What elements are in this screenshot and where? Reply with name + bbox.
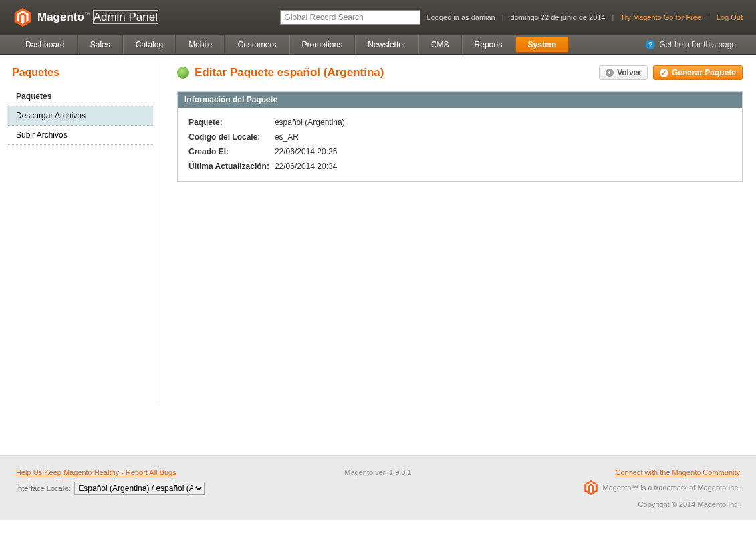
back-arrow-icon [606,69,614,77]
locale-select[interactable]: Español (Argentina) / español (Ar [74,482,205,495]
footer-trademark: Magento™ is a trademark of Magento Inc. [584,480,740,495]
nav-catalog[interactable]: Catalog [123,35,176,54]
check-icon: ✓ [660,69,668,77]
info-value: 22/06/2014 20:25 [275,145,349,158]
action-buttons: Volver ✓ Generar Paquete [599,65,743,80]
info-key: Creado El: [188,145,273,158]
info-key: Código del Locale: [188,130,273,144]
panel-title: Información del Paquete [178,92,742,108]
info-value: 22/06/2014 20:34 [275,160,349,173]
table-row: Última Actualización:22/06/2014 20:34 [188,160,349,173]
generate-package-button[interactable]: ✓ Generar Paquete [653,65,743,80]
locale-label: Interface Locale: [16,484,70,492]
table-row: Código del Locale:es_AR [188,130,349,144]
info-value: español (Argentina) [275,116,349,129]
logo-text: Magento™ Admin Panel [37,11,158,24]
nav-newsletter[interactable]: Newsletter [355,35,418,54]
info-value: es_AR [275,130,349,144]
globe-icon [177,67,189,79]
content: Editar Paquete español (Argentina) Volve… [160,61,743,402]
header-right: Logged in as damian | domingo 22 de juni… [280,10,743,25]
main-area: Paquetes Paquetes Descargar Archivos Sub… [0,55,756,402]
try-magento-link[interactable]: Try Magento Go for Free [620,13,701,21]
sidebar-item-subir[interactable]: Subir Archivos [7,126,153,145]
nav-dashboard[interactable]: Dashboard [13,35,78,54]
nav-sales[interactable]: Sales [78,35,123,54]
community-link[interactable]: Connect with the Magento Community [616,468,740,476]
generate-button-label: Generar Paquete [672,68,736,77]
logout-link[interactable]: Log Out [717,13,743,21]
magento-footer-icon [584,480,598,495]
global-search-input[interactable] [280,10,420,25]
help-icon: ? [646,40,655,49]
sidebar: Paquetes Paquetes Descargar Archivos Sub… [7,61,160,402]
header-bar: Magento™ Admin Panel Logged in as damian… [0,0,756,35]
table-row: Creado El:22/06/2014 20:25 [188,145,349,158]
info-table: Paquete:español (Argentina) Código del L… [187,114,350,174]
footer-right: Connect with the Magento Community Magen… [499,468,740,508]
sidebar-item-descargar[interactable]: Descargar Archivos [7,106,153,126]
info-key: Última Actualización: [188,160,273,173]
sidebar-list: Paquetes Descargar Archivos Subir Archiv… [7,87,153,145]
nav-promotions[interactable]: Promotions [289,35,356,54]
report-bugs-link[interactable]: Help Us Keep Magento Healthy - Report Al… [16,468,176,476]
sidebar-title: Paquetes [7,61,153,87]
magento-logo-icon [13,8,32,27]
info-panel: Información del Paquete Paquete:español … [177,91,743,182]
footer-version: Magento ver. 1.9.0.1 [257,468,499,508]
locale-row: Interface Locale: Español (Argentina) / … [16,482,257,495]
back-button[interactable]: Volver [599,65,648,80]
footer-copyright: Copyright © 2014 Magento Inc. [499,500,740,508]
nav-reports[interactable]: Reports [462,35,515,54]
sidebar-item-paquetes[interactable]: Paquetes [7,87,153,106]
nav-help-label: Get help for this page [659,40,736,49]
nav-system[interactable]: System [515,37,570,53]
page-title: Editar Paquete español (Argentina) [195,66,384,79]
nav-customers[interactable]: Customers [225,35,289,54]
logged-in-text: Logged in as damian [427,13,495,21]
content-header: Editar Paquete español (Argentina) Volve… [177,65,743,80]
main-nav: Dashboard Sales Catalog Mobile Customers… [0,35,756,55]
header-date: domingo 22 de junio de 2014 [511,13,606,21]
nav-help[interactable]: ? Get help for this page [639,35,743,54]
nav-cms[interactable]: CMS [418,35,462,54]
back-button-label: Volver [617,68,641,77]
logo[interactable]: Magento™ Admin Panel [13,8,158,27]
table-row: Paquete:español (Argentina) [188,116,349,129]
footer-left: Help Us Keep Magento Healthy - Report Al… [16,468,257,508]
nav-mobile[interactable]: Mobile [176,35,225,54]
info-key: Paquete: [188,116,273,129]
footer: Help Us Keep Magento Healthy - Report Al… [0,455,756,520]
panel-body: Paquete:español (Argentina) Código del L… [178,108,742,181]
